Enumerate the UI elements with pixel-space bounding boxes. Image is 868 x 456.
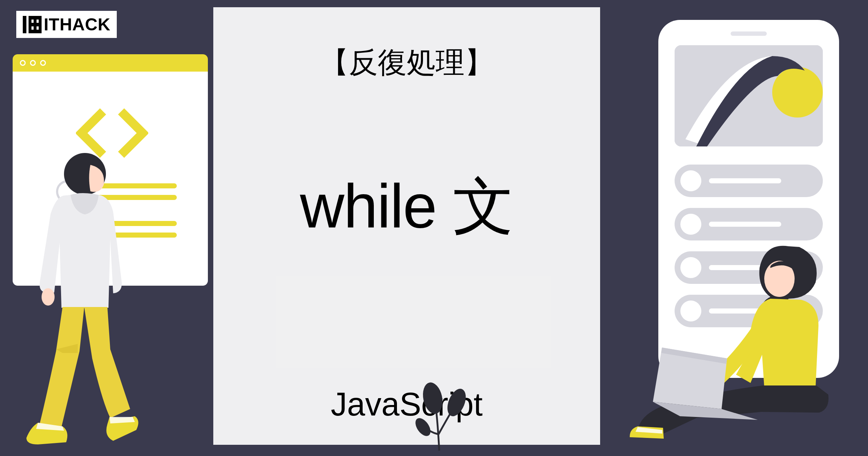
plant-illustration: [410, 380, 468, 452]
card-subtitle: 【反復処理】: [320, 43, 493, 82]
logo-badge: ITHACK: [16, 11, 117, 38]
svg-point-14: [444, 386, 468, 419]
window-dot-icon: [40, 60, 46, 66]
person-walking-illustration: [20, 149, 139, 445]
svg-rect-5: [34, 16, 37, 33]
window-dot-icon: [30, 60, 36, 66]
phone-list-item: [675, 208, 823, 240]
svg-point-8: [772, 67, 823, 118]
logo-icon: [23, 16, 42, 33]
phone-hero-image: [675, 45, 823, 146]
window-dot-icon: [20, 60, 26, 66]
person-sitting-illustration: [628, 239, 863, 442]
svg-rect-0: [23, 16, 26, 33]
svg-rect-6: [39, 16, 42, 33]
svg-point-15: [412, 415, 433, 439]
svg-point-13: [420, 381, 445, 416]
svg-point-10: [42, 288, 55, 306]
logo-text: ITHACK: [44, 14, 110, 34]
card-title: while 文: [300, 166, 514, 248]
title-card: 【反復処理】 while 文 JavaScript: [213, 7, 600, 445]
phone-list-item: [675, 165, 823, 197]
svg-rect-4: [29, 16, 31, 33]
browser-titlebar: [13, 54, 208, 72]
